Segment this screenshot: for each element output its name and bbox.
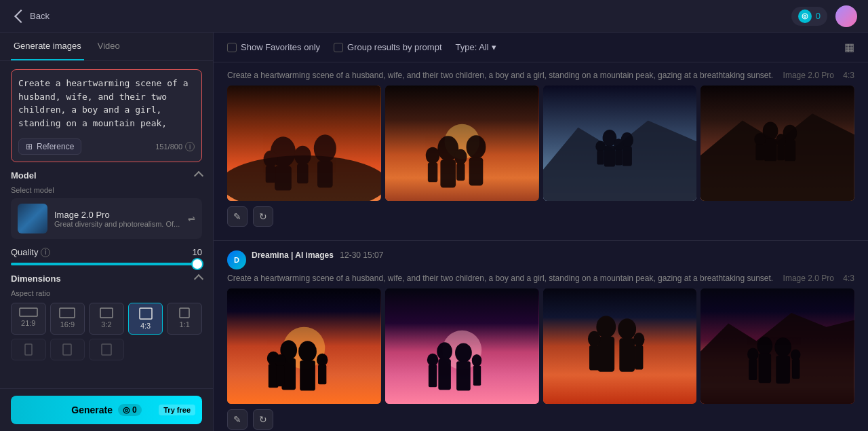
grid-view-toggle[interactable]: ▦	[844, 41, 854, 54]
regenerate-icon-2: ↻	[259, 414, 267, 425]
image-cell-2-4[interactable]	[701, 288, 854, 404]
reference-button[interactable]: ⊞ Reference	[18, 138, 81, 155]
action-row-2: ✎ ↻	[227, 409, 854, 430]
svg-rect-1	[60, 308, 75, 318]
aspect-btn-portrait-3[interactable]	[89, 339, 124, 360]
model-collapse-icon[interactable]	[194, 170, 203, 180]
model-card[interactable]: Image 2.0 Pro Great diversity and photor…	[11, 198, 202, 239]
select-model-label: Select model	[11, 186, 202, 194]
svg-rect-21	[440, 160, 456, 187]
type-filter[interactable]: Type: All ▾	[456, 42, 496, 52]
regenerate-button-2[interactable]: ↻	[253, 409, 273, 430]
aspect-ratio-label: Aspect ratio	[11, 289, 202, 297]
grid-icon: ▦	[844, 41, 854, 53]
image-cell-2-1[interactable]	[227, 288, 381, 404]
svg-point-73	[618, 318, 636, 339]
avatar[interactable]	[835, 5, 857, 27]
tab-video[interactable]: Video	[95, 33, 123, 60]
images-scroll[interactable]: Create a heartwarming scene of a husband…	[214, 62, 868, 431]
svg-rect-23	[469, 157, 483, 185]
aspect-icon-4-3	[139, 307, 153, 320]
svg-rect-72	[597, 337, 614, 372]
result-group-2: D Dreamina | AI images 12-30 15:07 Creat…	[214, 244, 868, 431]
dimensions-header: Dimensions	[11, 274, 202, 284]
svg-point-66	[427, 354, 438, 367]
image-cell-1-3[interactable]	[543, 86, 697, 201]
regenerate-button-1[interactable]: ↻	[253, 206, 273, 227]
image-svg-1-3	[543, 86, 697, 201]
chevron-down-icon: ▾	[492, 42, 496, 52]
aspect-btn-portrait-1[interactable]	[11, 339, 46, 360]
svg-point-83	[775, 337, 792, 357]
dimensions-title: Dimensions	[11, 274, 61, 284]
credits-badge: ◎ 0	[791, 7, 827, 26]
image-cell-1-1[interactable]	[227, 86, 381, 201]
svg-rect-63	[438, 359, 451, 390]
aspect-btn-3-2[interactable]: 3:2	[89, 303, 124, 335]
image-cell-2-2[interactable]	[385, 288, 539, 404]
credits-value: 0	[816, 11, 821, 21]
svg-rect-33	[622, 147, 631, 166]
svg-point-24	[426, 147, 440, 164]
edit-button-1[interactable]: ✎	[227, 206, 248, 227]
dimensions-collapse-icon[interactable]	[194, 274, 203, 283]
model-name: Image 2.0 Pro	[54, 210, 180, 220]
tab-generate-images[interactable]: Generate images	[11, 33, 84, 60]
svg-point-46	[776, 134, 786, 147]
reference-icon: ⊞	[26, 142, 33, 151]
image-cell-2-3[interactable]	[543, 288, 697, 404]
svg-rect-67	[429, 364, 437, 387]
char-info-icon[interactable]: i	[185, 142, 195, 151]
group-results-toggle[interactable]: Group results by prompt	[334, 42, 441, 52]
svg-point-56	[275, 354, 285, 367]
svg-point-14	[294, 146, 311, 166]
generate-button[interactable]: Generate ◎ 0 Try free	[11, 396, 202, 424]
back-button[interactable]: Back	[11, 8, 55, 24]
svg-point-62	[437, 342, 452, 360]
result-ratio-2: 4:3	[843, 274, 854, 283]
svg-rect-2	[100, 308, 113, 318]
prompt-textarea[interactable]: Create a heartwarming scene of a husband…	[18, 77, 195, 131]
svg-point-34	[614, 138, 623, 151]
group-checkbox[interactable]	[334, 43, 343, 52]
svg-rect-59	[318, 364, 326, 384]
ai-time: 12-30 15:07	[340, 250, 383, 260]
aspect-btn-16-9[interactable]: 16:9	[50, 303, 85, 335]
quality-info-icon[interactable]: i	[41, 248, 50, 257]
generate-bar: Generate ◎ 0 Try free	[0, 388, 213, 431]
favorites-checkbox[interactable]	[227, 43, 237, 52]
action-row-1: ✎ ↻	[227, 206, 854, 227]
svg-point-75	[587, 331, 600, 347]
aspect-btn-21-9[interactable]: 21:9	[11, 303, 46, 335]
aspect-btn-4-3[interactable]: 4:3	[128, 303, 163, 335]
gen-credits-value: 0	[132, 405, 137, 415]
credits-icon: ◎	[798, 10, 812, 23]
sidebar-content: Create a heartwarming scene of a husband…	[0, 61, 213, 388]
aspect-btn-portrait-2[interactable]	[50, 339, 85, 360]
svg-rect-82	[759, 354, 772, 383]
aspect-btn-1-1[interactable]: 1:1	[167, 303, 202, 335]
result-ratio-1: 4:3	[843, 71, 854, 80]
svg-rect-15	[297, 164, 308, 183]
edit-button-2[interactable]: ✎	[227, 409, 248, 430]
group-label: Group results by prompt	[347, 42, 441, 52]
svg-rect-0	[20, 308, 37, 316]
svg-point-77	[633, 333, 644, 347]
ai-avatar: D	[227, 250, 246, 269]
svg-point-85	[747, 348, 758, 361]
image-cell-1-2[interactable]	[385, 86, 539, 201]
reference-label: Reference	[37, 142, 74, 151]
favorites-toggle[interactable]: Show Favorites only	[227, 42, 320, 52]
svg-rect-27	[456, 163, 465, 181]
model-switch-icon[interactable]: ⇌	[188, 214, 195, 224]
result-model-1: Image 2.0 Pro	[783, 71, 834, 80]
ai-name: Dreamina | AI images	[252, 250, 334, 260]
quality-slider[interactable]	[11, 263, 202, 265]
image-cell-1-4[interactable]	[701, 86, 854, 201]
try-free-badge: Try free	[159, 405, 195, 415]
svg-rect-47	[778, 145, 785, 161]
result-prompt-text-1: Create a heartwarming scene of a husband…	[227, 71, 773, 80]
svg-rect-86	[749, 359, 757, 380]
svg-rect-37	[597, 151, 604, 165]
aspect-icon-16-9	[59, 307, 75, 318]
